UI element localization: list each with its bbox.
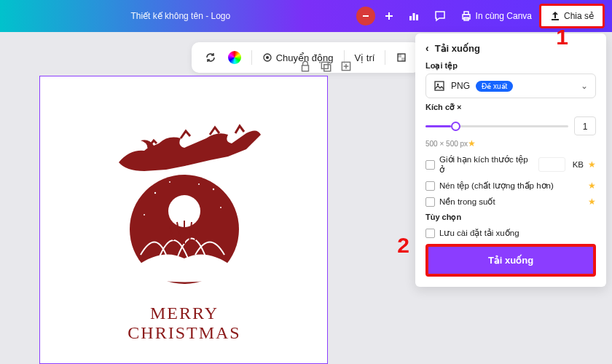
size-row: 1 <box>425 116 596 135</box>
crown-icon: ★ <box>468 138 476 149</box>
size-label: Kích cỡ × <box>425 103 596 112</box>
merry-christmas-text: MERRY CHRISTMAS <box>104 304 264 343</box>
back-button[interactable]: ‹ <box>425 42 429 54</box>
transparency-button[interactable] <box>393 50 410 65</box>
add-page-icon[interactable] <box>340 60 353 73</box>
svg-rect-29 <box>435 82 444 90</box>
svg-rect-8 <box>464 12 468 15</box>
svg-rect-4 <box>412 13 415 20</box>
svg-rect-15 <box>302 66 309 71</box>
sync-button[interactable] <box>202 50 219 65</box>
image-icon <box>434 80 445 92</box>
separator <box>251 50 252 65</box>
plus-button[interactable] <box>380 7 399 25</box>
comment-button[interactable] <box>427 6 453 26</box>
svg-rect-3 <box>409 16 412 20</box>
svg-rect-9 <box>552 19 559 20</box>
filetype-label: Loại tệp <box>425 61 596 71</box>
color-picker[interactable] <box>225 50 244 66</box>
minus-button[interactable] <box>356 7 375 25</box>
svg-point-23 <box>154 192 156 194</box>
filetype-value: PNG <box>451 81 470 91</box>
svg-point-24 <box>213 189 214 190</box>
crown-icon: ★ <box>588 159 596 170</box>
santa-silhouette <box>104 113 264 295</box>
position-label: Vị trí <box>355 52 375 63</box>
svg-rect-14 <box>401 58 405 61</box>
download-button[interactable]: Tải xuống <box>425 244 596 277</box>
position-button[interactable]: Vị trí <box>352 51 378 65</box>
svg-point-27 <box>220 207 221 208</box>
checkbox[interactable] <box>425 197 435 207</box>
annotation-marker-2: 2 <box>397 233 409 258</box>
separator <box>385 50 385 65</box>
filetype-select[interactable]: PNG Đề xuất ⌄ <box>425 74 596 98</box>
svg-point-30 <box>437 84 439 86</box>
chart-button[interactable] <box>401 6 427 26</box>
size-slider[interactable] <box>425 125 568 127</box>
crown-icon: ★ <box>588 181 596 191</box>
transparent-bg-option[interactable]: Nền trong suốt★ <box>425 197 596 207</box>
panel-title: Tải xuống <box>435 43 480 54</box>
annotation-marker-1: 1 <box>556 25 568 50</box>
limit-filesize-option[interactable]: Giới hạn kích thước tệp ởKB★ <box>425 154 596 175</box>
svg-rect-13 <box>398 54 401 58</box>
size-multiplier[interactable]: 1 <box>574 116 596 135</box>
svg-point-11 <box>266 56 269 59</box>
lock-icon[interactable] <box>299 60 312 73</box>
svg-rect-5 <box>416 15 418 20</box>
color-wheel-icon <box>228 51 241 64</box>
svg-point-28 <box>144 214 145 215</box>
checkbox[interactable] <box>425 181 435 191</box>
checkbox[interactable] <box>425 160 435 170</box>
options-label: Tùy chọn <box>425 213 596 222</box>
kb-input[interactable] <box>538 157 565 172</box>
chevron-down-icon: ⌄ <box>581 81 588 91</box>
christmas-artwork: MERRY CHRISTMAS <box>104 113 264 343</box>
checkbox[interactable] <box>425 229 435 238</box>
canvas-controls <box>299 60 353 73</box>
share-label: Chia sẻ <box>564 11 594 21</box>
suggested-badge: Đề xuất <box>476 81 513 92</box>
dimensions-text: 500 × 500 px★ <box>425 138 596 149</box>
share-button[interactable]: Chia sẻ <box>539 4 605 28</box>
svg-point-26 <box>198 183 200 185</box>
app-header: Thiết kế không tên - Logo In cùng Canva … <box>0 0 612 32</box>
print-label: In cùng Canva <box>476 11 532 21</box>
svg-point-25 <box>169 181 170 183</box>
copy-icon[interactable] <box>319 60 332 73</box>
svg-rect-16 <box>321 62 328 68</box>
document-title: Thiết kế không tên - Logo <box>7 11 354 21</box>
crown-icon: ★ <box>588 197 596 207</box>
save-settings-option[interactable]: Lưu cài đặt tải xuống <box>425 228 596 238</box>
panel-header: ‹ Tải xuống <box>425 42 596 54</box>
compress-option[interactable]: Nén tệp (chất lượng thấp hơn)★ <box>425 181 596 191</box>
download-panel: ‹ Tải xuống Loại tệp PNG Đề xuất ⌄ Kích … <box>415 33 606 287</box>
print-button[interactable]: In cùng Canva <box>453 6 539 26</box>
svg-rect-17 <box>324 65 331 71</box>
design-canvas[interactable]: MERRY CHRISTMAS <box>39 76 328 364</box>
